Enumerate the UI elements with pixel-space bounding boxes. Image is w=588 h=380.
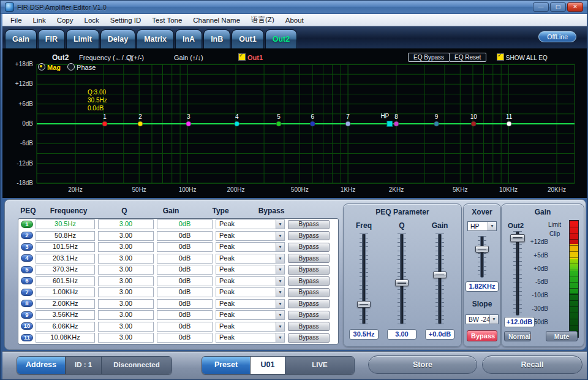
dropdown-arrow-icon[interactable]: ▼ — [276, 220, 284, 229]
peq-q-cell[interactable]: 3.00 — [98, 265, 154, 275]
freq-value-box[interactable]: 30.5Hz — [349, 329, 379, 340]
peq-q-cell[interactable]: 3.00 — [98, 219, 154, 229]
peq-q-cell[interactable]: 3.00 — [98, 276, 154, 286]
dropdown-arrow-icon[interactable]: ▼ — [276, 265, 284, 274]
xover-freq-value-box[interactable]: 1.82KHz — [466, 281, 499, 292]
peq-frequency-cell[interactable]: 3.56KHz — [36, 310, 95, 320]
peq-frequency-cell[interactable]: 10.08KHz — [36, 333, 95, 343]
menu-item-lock[interactable]: Lock — [79, 15, 105, 25]
peq-q-cell[interactable]: 3.00 — [98, 333, 154, 343]
q-slider[interactable] — [396, 234, 407, 324]
dropdown-arrow-icon[interactable]: ▼ — [276, 333, 284, 342]
tab-inb[interactable]: InB — [203, 29, 230, 48]
tab-gain[interactable]: Gain — [5, 29, 37, 48]
recall-button[interactable]: Recall — [482, 355, 582, 374]
menu-item-channel-name[interactable]: Channel Name — [187, 15, 246, 25]
menu-item-test-tone[interactable]: Test Tone — [146, 15, 187, 25]
menu-item-about[interactable]: About — [280, 15, 309, 25]
peq-gain-cell[interactable]: 0dB — [157, 219, 213, 229]
dropdown-arrow-icon[interactable]: ▼ — [276, 243, 284, 251]
peq-type-dropdown[interactable]: Peak▼ — [216, 276, 285, 286]
peq-row-badge[interactable]: 1 — [21, 221, 33, 228]
gain-fader[interactable] — [512, 231, 523, 316]
peq-row-badge[interactable]: 3 — [21, 243, 33, 251]
offline-button[interactable]: OffLine — [538, 31, 576, 42]
peq-bypass-button[interactable]: Bypass — [288, 333, 330, 343]
dropdown-arrow-icon[interactable]: ▼ — [276, 322, 284, 331]
peq-row-badge[interactable]: 11 — [21, 334, 33, 341]
peq-gain-cell[interactable]: 0dB — [157, 287, 213, 297]
mag-radio[interactable] — [38, 63, 45, 70]
peq-type-dropdown[interactable]: Peak▼ — [216, 310, 285, 320]
freq-slider-handle[interactable] — [357, 301, 371, 308]
peq-frequency-cell[interactable]: 50.8Hz — [36, 231, 95, 241]
normal-button[interactable]: Normal — [504, 331, 531, 341]
dropdown-arrow-icon[interactable]: ▼ — [276, 277, 284, 286]
dropdown-arrow-icon[interactable]: ▼ — [488, 222, 496, 230]
peq-gain-cell[interactable]: 0dB — [157, 333, 213, 343]
peq-type-dropdown[interactable]: Peak▼ — [216, 322, 285, 332]
peq-type-dropdown[interactable]: Peak▼ — [216, 219, 285, 229]
slope-dropdown[interactable]: BW -24 ▼ — [466, 314, 499, 324]
tab-ina[interactable]: InA — [175, 29, 202, 48]
peq-row-badge[interactable]: 5 — [21, 266, 33, 273]
peq-q-cell[interactable]: 3.00 — [98, 242, 154, 252]
peq-frequency-cell[interactable]: 2.00KHz — [36, 299, 95, 309]
peq-row-badge[interactable]: 4 — [21, 254, 33, 262]
maximize-button[interactable]: ▢ — [550, 2, 566, 12]
xover-slider-handle[interactable] — [475, 246, 489, 253]
peq-bypass-button[interactable]: Bypass — [288, 311, 330, 320]
peq-gain-cell[interactable]: 0dB — [157, 276, 213, 286]
peq-q-cell[interactable]: 3.00 — [98, 287, 154, 297]
mute-button[interactable]: Mute — [546, 331, 578, 341]
xover-freq-slider[interactable] — [477, 236, 488, 278]
peq-frequency-cell[interactable]: 1.00KHz — [36, 287, 95, 297]
peq-row-badge[interactable]: 8 — [21, 300, 33, 307]
peq-gain-cell[interactable]: 0dB — [157, 265, 213, 275]
dropdown-arrow-icon[interactable]: ▼ — [276, 311, 284, 319]
gain-fader-handle[interactable] — [510, 234, 525, 242]
peq-bypass-button[interactable]: Bypass — [288, 254, 330, 263]
peq-q-cell[interactable]: 3.00 — [98, 299, 154, 309]
address-button[interactable]: Address — [17, 357, 66, 374]
eq-reset-button[interactable]: EQ Reset — [449, 53, 486, 62]
dropdown-arrow-icon[interactable]: ▼ — [276, 232, 284, 240]
dropdown-arrow-icon[interactable]: ▼ — [276, 288, 284, 297]
peq-bypass-button[interactable]: Bypass — [288, 243, 330, 252]
freq-slider[interactable] — [358, 234, 369, 324]
peq-q-cell[interactable]: 3.00 — [98, 322, 154, 332]
peq-frequency-cell[interactable]: 601.5Hz — [36, 276, 95, 286]
dropdown-arrow-icon[interactable]: ▼ — [276, 300, 284, 308]
peq-type-dropdown[interactable]: Peak▼ — [216, 333, 285, 343]
peq-bypass-button[interactable]: Bypass — [288, 299, 330, 308]
q-value-box[interactable]: 3.00 — [387, 329, 417, 340]
peq-q-cell[interactable]: 3.00 — [98, 254, 154, 264]
peq-type-dropdown[interactable]: Peak▼ — [216, 265, 285, 275]
eq-bypass-button[interactable]: EQ Bypass — [408, 53, 450, 62]
tab-out2[interactable]: Out2 — [265, 29, 297, 48]
xover-type-dropdown[interactable]: HP ▼ — [467, 221, 497, 231]
peq-row-badge[interactable]: 9 — [21, 311, 33, 319]
peq-type-dropdown[interactable]: Peak▼ — [216, 242, 285, 252]
peq-gain-cell[interactable]: 0dB — [157, 254, 213, 264]
peq-gain-cell[interactable]: 0dB — [157, 242, 213, 252]
peq-row-badge[interactable]: 6 — [21, 277, 33, 284]
peq-type-dropdown[interactable]: Peak▼ — [216, 254, 285, 264]
tab-limit[interactable]: Limit — [66, 29, 99, 48]
peq-gain-cell[interactable]: 0dB — [157, 231, 213, 241]
peq-bypass-button[interactable]: Bypass — [288, 288, 330, 297]
peq-bypass-button[interactable]: Bypass — [288, 265, 330, 275]
peq-row-badge[interactable]: 7 — [21, 289, 33, 296]
tab-matrix[interactable]: Matrix — [137, 29, 174, 48]
peq-type-dropdown[interactable]: Peak▼ — [216, 299, 285, 309]
peq-type-dropdown[interactable]: Peak▼ — [216, 287, 285, 297]
gain-value-box[interactable]: +0.0dB — [425, 329, 454, 340]
peq-frequency-cell[interactable]: 203.1Hz — [36, 254, 95, 264]
peq-frequency-cell[interactable]: 30.5Hz — [36, 219, 95, 229]
tab-out1[interactable]: Out1 — [232, 29, 263, 48]
close-button[interactable]: ✕ — [567, 2, 583, 12]
minimize-button[interactable]: — — [533, 2, 549, 12]
menu-item-link[interactable]: Link — [28, 15, 51, 25]
menu-item-copy[interactable]: Copy — [51, 15, 79, 25]
menu-item-setting-id[interactable]: Setting ID — [105, 15, 147, 25]
